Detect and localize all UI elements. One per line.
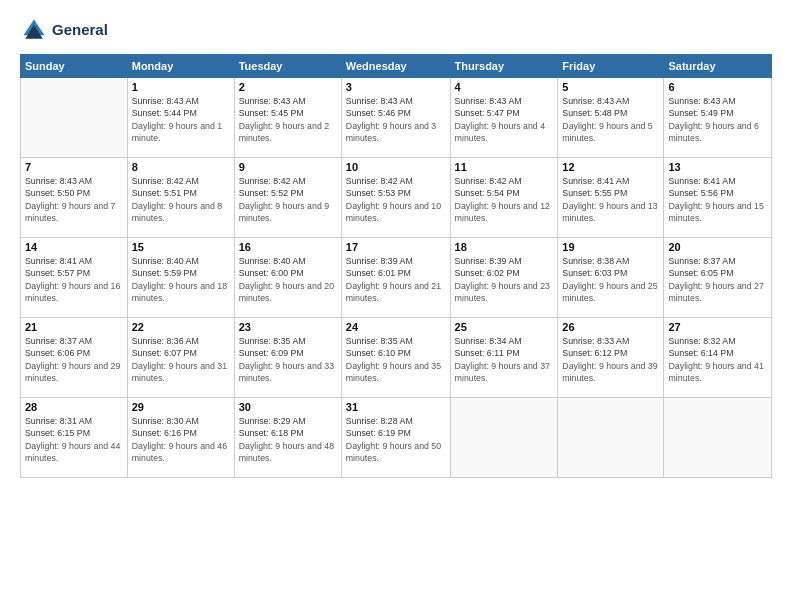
calendar-cell: 29Sunrise: 8:30 AMSunset: 6:16 PMDayligh… [127, 398, 234, 478]
sunrise: Sunrise: 8:38 AM [562, 256, 629, 266]
sunrise: Sunrise: 8:43 AM [132, 96, 199, 106]
logo: General [20, 16, 108, 44]
calendar-cell: 6Sunrise: 8:43 AMSunset: 5:49 PMDaylight… [664, 78, 772, 158]
sunrise: Sunrise: 8:32 AM [668, 336, 735, 346]
calendar-cell: 10Sunrise: 8:42 AMSunset: 5:53 PMDayligh… [341, 158, 450, 238]
day-info: Sunrise: 8:39 AMSunset: 6:01 PMDaylight:… [346, 255, 446, 304]
day-number: 31 [346, 401, 446, 413]
sunrise: Sunrise: 8:43 AM [346, 96, 413, 106]
calendar-cell: 9Sunrise: 8:42 AMSunset: 5:52 PMDaylight… [234, 158, 341, 238]
sunrise: Sunrise: 8:37 AM [668, 256, 735, 266]
sunset: Sunset: 5:51 PM [132, 188, 197, 198]
day-number: 1 [132, 81, 230, 93]
sunrise: Sunrise: 8:43 AM [455, 96, 522, 106]
daylight: Daylight: 9 hours and 35 minutes. [346, 361, 441, 383]
day-number: 10 [346, 161, 446, 173]
calendar-cell: 23Sunrise: 8:35 AMSunset: 6:09 PMDayligh… [234, 318, 341, 398]
day-number: 30 [239, 401, 337, 413]
day-number: 29 [132, 401, 230, 413]
calendar-cell: 1Sunrise: 8:43 AMSunset: 5:44 PMDaylight… [127, 78, 234, 158]
daylight: Daylight: 9 hours and 39 minutes. [562, 361, 657, 383]
day-number: 14 [25, 241, 123, 253]
sunset: Sunset: 5:56 PM [668, 188, 733, 198]
sunrise: Sunrise: 8:42 AM [239, 176, 306, 186]
day-number: 4 [455, 81, 554, 93]
day-number: 12 [562, 161, 659, 173]
calendar-cell: 27Sunrise: 8:32 AMSunset: 6:14 PMDayligh… [664, 318, 772, 398]
calendar-cell: 30Sunrise: 8:29 AMSunset: 6:18 PMDayligh… [234, 398, 341, 478]
sunrise: Sunrise: 8:42 AM [346, 176, 413, 186]
calendar-cell: 18Sunrise: 8:39 AMSunset: 6:02 PMDayligh… [450, 238, 558, 318]
daylight: Daylight: 9 hours and 16 minutes. [25, 281, 120, 303]
sunset: Sunset: 6:03 PM [562, 268, 627, 278]
day-info: Sunrise: 8:43 AMSunset: 5:45 PMDaylight:… [239, 95, 337, 144]
day-info: Sunrise: 8:28 AMSunset: 6:19 PMDaylight:… [346, 415, 446, 464]
sunset: Sunset: 5:54 PM [455, 188, 520, 198]
calendar-cell: 7Sunrise: 8:43 AMSunset: 5:50 PMDaylight… [21, 158, 128, 238]
calendar-cell: 11Sunrise: 8:42 AMSunset: 5:54 PMDayligh… [450, 158, 558, 238]
sunset: Sunset: 5:50 PM [25, 188, 90, 198]
day-number: 9 [239, 161, 337, 173]
day-info: Sunrise: 8:35 AMSunset: 6:10 PMDaylight:… [346, 335, 446, 384]
day-number: 23 [239, 321, 337, 333]
day-info: Sunrise: 8:31 AMSunset: 6:15 PMDaylight:… [25, 415, 123, 464]
day-number: 6 [668, 81, 767, 93]
calendar-cell: 24Sunrise: 8:35 AMSunset: 6:10 PMDayligh… [341, 318, 450, 398]
day-number: 27 [668, 321, 767, 333]
calendar-cell: 22Sunrise: 8:36 AMSunset: 6:07 PMDayligh… [127, 318, 234, 398]
sunrise: Sunrise: 8:42 AM [455, 176, 522, 186]
sunrise: Sunrise: 8:43 AM [562, 96, 629, 106]
sunrise: Sunrise: 8:42 AM [132, 176, 199, 186]
weekday-header-tuesday: Tuesday [234, 55, 341, 78]
day-number: 15 [132, 241, 230, 253]
sunset: Sunset: 5:52 PM [239, 188, 304, 198]
day-number: 5 [562, 81, 659, 93]
calendar-cell: 26Sunrise: 8:33 AMSunset: 6:12 PMDayligh… [558, 318, 664, 398]
daylight: Daylight: 9 hours and 7 minutes. [25, 201, 115, 223]
weekday-header-sunday: Sunday [21, 55, 128, 78]
day-info: Sunrise: 8:40 AMSunset: 5:59 PMDaylight:… [132, 255, 230, 304]
calendar-cell: 2Sunrise: 8:43 AMSunset: 5:45 PMDaylight… [234, 78, 341, 158]
sunrise: Sunrise: 8:39 AM [346, 256, 413, 266]
daylight: Daylight: 9 hours and 5 minutes. [562, 121, 652, 143]
sunrise: Sunrise: 8:43 AM [239, 96, 306, 106]
daylight: Daylight: 9 hours and 12 minutes. [455, 201, 550, 223]
calendar-cell: 21Sunrise: 8:37 AMSunset: 6:06 PMDayligh… [21, 318, 128, 398]
sunrise: Sunrise: 8:41 AM [562, 176, 629, 186]
daylight: Daylight: 9 hours and 41 minutes. [668, 361, 763, 383]
calendar-cell [558, 398, 664, 478]
calendar-cell: 3Sunrise: 8:43 AMSunset: 5:46 PMDaylight… [341, 78, 450, 158]
sunrise: Sunrise: 8:30 AM [132, 416, 199, 426]
day-number: 13 [668, 161, 767, 173]
sunset: Sunset: 5:46 PM [346, 108, 411, 118]
day-number: 26 [562, 321, 659, 333]
day-info: Sunrise: 8:43 AMSunset: 5:49 PMDaylight:… [668, 95, 767, 144]
day-number: 21 [25, 321, 123, 333]
daylight: Daylight: 9 hours and 10 minutes. [346, 201, 441, 223]
sunrise: Sunrise: 8:35 AM [346, 336, 413, 346]
daylight: Daylight: 9 hours and 1 minute. [132, 121, 222, 143]
calendar-cell: 31Sunrise: 8:28 AMSunset: 6:19 PMDayligh… [341, 398, 450, 478]
sunset: Sunset: 6:07 PM [132, 348, 197, 358]
day-number: 2 [239, 81, 337, 93]
daylight: Daylight: 9 hours and 29 minutes. [25, 361, 120, 383]
sunset: Sunset: 5:47 PM [455, 108, 520, 118]
sunrise: Sunrise: 8:35 AM [239, 336, 306, 346]
calendar-cell: 14Sunrise: 8:41 AMSunset: 5:57 PMDayligh… [21, 238, 128, 318]
day-number: 7 [25, 161, 123, 173]
day-info: Sunrise: 8:42 AMSunset: 5:51 PMDaylight:… [132, 175, 230, 224]
page: General SundayMondayTuesdayWednesdayThur… [0, 0, 792, 488]
daylight: Daylight: 9 hours and 3 minutes. [346, 121, 436, 143]
day-number: 3 [346, 81, 446, 93]
sunrise: Sunrise: 8:39 AM [455, 256, 522, 266]
day-number: 11 [455, 161, 554, 173]
daylight: Daylight: 9 hours and 46 minutes. [132, 441, 227, 463]
day-info: Sunrise: 8:33 AMSunset: 6:12 PMDaylight:… [562, 335, 659, 384]
sunset: Sunset: 6:05 PM [668, 268, 733, 278]
day-info: Sunrise: 8:42 AMSunset: 5:54 PMDaylight:… [455, 175, 554, 224]
daylight: Daylight: 9 hours and 4 minutes. [455, 121, 545, 143]
day-info: Sunrise: 8:29 AMSunset: 6:18 PMDaylight:… [239, 415, 337, 464]
weekday-header-row: SundayMondayTuesdayWednesdayThursdayFrid… [21, 55, 772, 78]
day-info: Sunrise: 8:43 AMSunset: 5:46 PMDaylight:… [346, 95, 446, 144]
sunset: Sunset: 6:16 PM [132, 428, 197, 438]
